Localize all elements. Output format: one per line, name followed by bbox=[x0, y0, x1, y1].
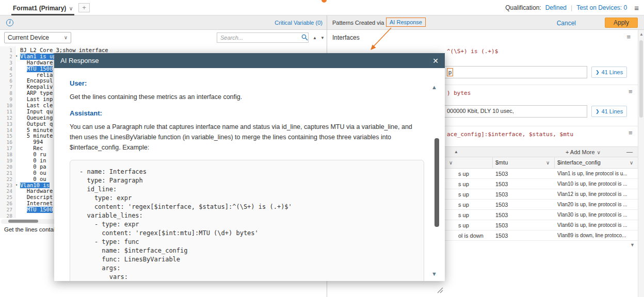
add-tab-button[interactable]: + bbox=[78, 3, 90, 12]
info-icon[interactable]: i bbox=[6, 19, 13, 26]
collapse-icon[interactable]: — bbox=[626, 148, 633, 156]
left-controls: Current Device ∨ ▲ ▼ bbox=[0, 30, 327, 46]
line-text: Input qu bbox=[20, 109, 53, 115]
line-text: 0 ou bbox=[20, 176, 46, 183]
line-number: 10 bbox=[0, 103, 15, 109]
test-devices-link[interactable]: Test on Devices: 0 bbox=[576, 4, 627, 11]
search-input[interactable] bbox=[217, 32, 309, 43]
assistant-text: You can use a Paragraph rule that captur… bbox=[70, 122, 424, 153]
pattern-expression: ace_config]:$interface, $status, $mtu bbox=[447, 131, 573, 138]
column-divider bbox=[492, 157, 493, 169]
device-select-value: Current Device bbox=[8, 34, 49, 41]
top-bar: Format1 (Primary)∨ + Qualification: Defi… bbox=[0, 0, 644, 15]
mtu-cell: 1503 bbox=[495, 179, 508, 189]
column-header-interface-config[interactable]: $interface_config bbox=[557, 159, 601, 166]
section-menu-icon[interactable]: ≡ bbox=[626, 33, 631, 41]
qualification-value-link[interactable]: Defined bbox=[545, 4, 567, 11]
line-text bbox=[20, 207, 27, 213]
interface-config-cell: Vlan60 is up, line protocol is ... bbox=[557, 220, 627, 230]
line-number: 27 bbox=[0, 207, 15, 213]
next-match-icon[interactable]: ▼ bbox=[320, 36, 325, 40]
line-text: Hardware bbox=[20, 60, 53, 66]
left-toolbar: i Critical Variable (0) bbox=[0, 15, 327, 30]
prev-match-icon[interactable]: ▲ bbox=[313, 36, 317, 40]
status-cell: s up bbox=[458, 210, 469, 220]
scrollbar-thumb[interactable] bbox=[434, 138, 439, 227]
line-number: 22 bbox=[0, 176, 15, 183]
scrollbar-thumb[interactable] bbox=[8, 220, 38, 223]
line-text: Queueing bbox=[20, 115, 53, 121]
sort-up-icon[interactable]: ▲ bbox=[454, 150, 458, 154]
device-select[interactable]: Current Device ∨ bbox=[4, 32, 71, 43]
close-icon[interactable]: ✕ bbox=[432, 57, 439, 65]
mtu-cell: 1503 bbox=[495, 200, 508, 210]
chevron-down-icon[interactable]: ∨ bbox=[630, 160, 633, 166]
line-number: 12 bbox=[0, 115, 15, 121]
line-number: 24 bbox=[0, 188, 15, 194]
status-cell: ol is down bbox=[458, 230, 484, 241]
status-cell: s up bbox=[458, 189, 469, 200]
line-number: 20 bbox=[0, 164, 15, 170]
column-header-mtu[interactable]: $mtu bbox=[495, 159, 508, 166]
status-cell: s up bbox=[458, 200, 469, 210]
line-number: 28 bbox=[0, 213, 15, 219]
add-more-label: + Add More bbox=[566, 149, 595, 155]
line-number: 7 bbox=[0, 84, 15, 90]
mtu-cell: 1503 bbox=[495, 230, 508, 241]
user-text: Get the lines containing these metrics a… bbox=[70, 92, 424, 102]
line-number: 4 bbox=[0, 66, 15, 72]
panel-scrollbar[interactable]: ▲ bbox=[638, 30, 644, 297]
tab-label: Format1 (Primary) bbox=[13, 5, 66, 12]
row-menu-icon[interactable]: ≡ bbox=[629, 88, 633, 95]
chevron-down-icon[interactable]: ∨ bbox=[449, 160, 453, 166]
modal-body: User: Get the lines containing these met… bbox=[54, 68, 445, 281]
line-text bbox=[20, 66, 27, 72]
search-icon[interactable] bbox=[301, 34, 308, 41]
chevron-down-icon: ∨ bbox=[64, 32, 68, 43]
chevron-down-icon: ∨ bbox=[597, 150, 601, 155]
line-number: 26 bbox=[0, 201, 15, 207]
critical-variable-link[interactable]: Critical Variable (0) bbox=[275, 20, 323, 26]
matched-text: p bbox=[447, 68, 453, 76]
cancel-button[interactable]: Cancel bbox=[557, 20, 576, 27]
chevron-down-icon[interactable]: ∨ bbox=[546, 160, 550, 166]
apply-button[interactable]: Apply bbox=[605, 18, 638, 28]
lines-count-link[interactable]: ❯ 41 Lines bbox=[591, 67, 627, 78]
qualification-label: Qualification: bbox=[505, 4, 541, 11]
annotation-arrow bbox=[361, 21, 408, 54]
row-menu-icon[interactable]: ≡ bbox=[629, 129, 633, 137]
line-number: 11 bbox=[0, 109, 15, 115]
fold-icon[interactable]: ▾ bbox=[15, 54, 20, 60]
interface-config-cell: Vlan12 is up, line protocol is ... bbox=[557, 189, 627, 200]
scroll-up-icon[interactable]: ▲ bbox=[431, 84, 437, 90]
scrollbar-thumb[interactable] bbox=[639, 40, 643, 118]
line-text: 0 ou bbox=[20, 170, 46, 176]
lines-count-link[interactable]: ❯ 41 Lines bbox=[591, 106, 627, 117]
resize-grip-icon[interactable] bbox=[437, 287, 443, 293]
input-value-fragment: 000000 Kbit, DLY 10 usec, bbox=[447, 108, 514, 114]
add-more-button[interactable]: + Add More∨ bbox=[566, 149, 601, 155]
interface-config-cell: Vlan30 is up, line protocol is ... bbox=[557, 210, 627, 220]
line-number: 23 bbox=[0, 183, 15, 189]
mtu-cell: 1503 bbox=[495, 220, 508, 230]
fold-icon[interactable]: ▾ bbox=[15, 183, 20, 189]
tab-format1[interactable]: Format1 (Primary)∨ bbox=[13, 2, 73, 14]
mtu-cell: 1503 bbox=[495, 210, 508, 220]
test-devices-label: Test on Devices: bbox=[576, 4, 622, 11]
scroll-down-icon[interactable]: ▼ bbox=[431, 271, 437, 277]
highlighted-match: Vlan1 is up bbox=[20, 54, 56, 60]
line-number: 8 bbox=[0, 90, 15, 96]
line-number: 18 bbox=[0, 152, 15, 158]
mtu-cell: 1503 bbox=[495, 189, 508, 200]
scroll-down-icon[interactable]: ▼ bbox=[630, 242, 635, 248]
scroll-up-icon[interactable]: ▲ bbox=[639, 32, 643, 37]
highlighted-match: MTU 1500 bbox=[27, 207, 53, 213]
toolbar-row: i Critical Variable (0) Patterns Created… bbox=[0, 15, 644, 30]
yaml-code-block: - name: Interfaces type: Paragraph id_li… bbox=[70, 160, 424, 281]
line-number: 19 bbox=[0, 158, 15, 164]
separator: | bbox=[571, 4, 572, 11]
highlighted-match: MTU 1500 bbox=[27, 66, 53, 72]
interface-config-cell: Vlan10 is up, line protocol is ... bbox=[557, 179, 627, 189]
pattern-expression: ) bytes bbox=[447, 90, 471, 96]
menu-icon[interactable]: ≡ bbox=[634, 4, 639, 12]
